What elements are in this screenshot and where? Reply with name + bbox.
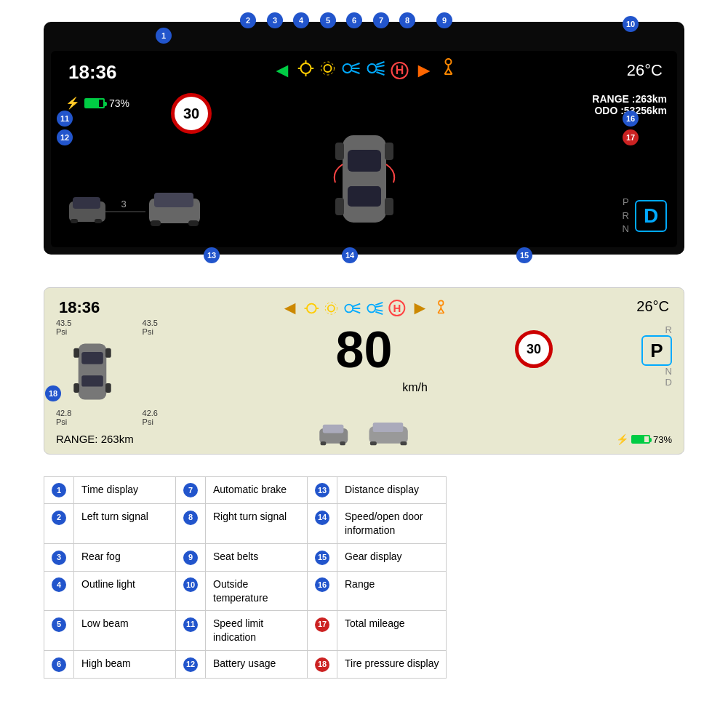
legend-num-3: 3 (44, 544, 74, 571)
tbl-badge-2: 2 (52, 511, 66, 525)
legend-label-11: Speed limitindication (206, 611, 308, 651)
sc-cars-bottom (317, 420, 412, 449)
distance-display: 3 (65, 165, 211, 233)
badge-13: 13 (204, 247, 220, 263)
badge-15: 15 (516, 247, 532, 263)
badge-2: 2 (240, 12, 256, 28)
sc-outline-light-icon (324, 301, 339, 316)
seat-belt-icon (440, 58, 456, 82)
tbl-badge-4: 4 (52, 577, 66, 592)
svg-rect-65 (322, 425, 343, 433)
second-cluster: 18:36 26°C ◄ H (44, 287, 684, 455)
svg-rect-37 (385, 198, 393, 215)
svg-rect-33 (348, 186, 381, 207)
svg-point-42 (325, 302, 337, 313)
sc-low-beam-icon (344, 301, 361, 316)
svg-rect-59 (81, 375, 103, 386)
badge-4: 4 (293, 12, 309, 28)
legend-num-5: 5 (44, 611, 74, 651)
svg-rect-34 (335, 143, 344, 160)
sc-gear-active: P (641, 335, 672, 366)
svg-rect-32 (348, 150, 381, 172)
svg-point-52 (439, 300, 444, 305)
svg-rect-58 (81, 352, 103, 364)
sc-icons-row: ◄ H ► (281, 297, 447, 319)
sc-speed-unit: km/h (402, 381, 428, 394)
sc-time: 18:36 (59, 298, 100, 317)
legend-label-13: Distance display (337, 477, 447, 504)
tyre-rl: 42.8Psi (56, 409, 71, 426)
tbl-badge-13: 13 (315, 483, 329, 497)
legend-label-2: Left turn signal (74, 504, 176, 544)
badge-7: 7 (373, 12, 389, 28)
sc-range: RANGE: 263km (56, 433, 134, 445)
sc-car-topview-svg (56, 339, 129, 404)
legend-label-16: Range (337, 571, 447, 611)
legend-num-4: 4 (44, 571, 74, 611)
speed-limit-sign: 30 (171, 93, 212, 134)
left-turn-icon: ◄ (272, 60, 292, 81)
svg-rect-36 (335, 198, 344, 215)
tyre-fr: 43.5Psi (143, 319, 158, 336)
legend-label-18: Tire pressure display (337, 651, 447, 678)
tbl-badge-1: 1 (52, 483, 66, 497)
svg-rect-35 (385, 143, 393, 160)
sc-rear-fog-icon (305, 301, 319, 316)
sc-brake-icon: H (389, 300, 406, 316)
car-topview-svg (332, 121, 397, 237)
svg-rect-71 (400, 441, 407, 445)
badge-18: 18 (45, 385, 61, 401)
legend-label-10: Outsidetemperature (206, 571, 308, 611)
svg-rect-24 (95, 219, 102, 223)
cluster-time: 18:36 (68, 61, 117, 84)
legend-num-17: 17 (308, 611, 337, 651)
legend-num-14: 14 (308, 504, 337, 544)
badge-6: 6 (346, 12, 362, 28)
svg-line-13 (377, 65, 385, 67)
badge-16: 16 (623, 111, 639, 127)
tbl-badge-5: 5 (52, 617, 66, 632)
low-beam-icon (342, 60, 361, 80)
distance-cars-svg: 3 (65, 187, 211, 231)
sc-battery-area: ⚡ 73% (616, 433, 672, 445)
svg-point-0 (301, 63, 311, 73)
badge-12: 12 (57, 129, 73, 145)
tbl-badge-14: 14 (315, 511, 329, 525)
legend-num-11: 11 (176, 611, 206, 651)
legend-table: 1 Time display 7 Automatic brake 13 Dist… (44, 476, 447, 679)
cluster-temp: 26°C (627, 61, 663, 80)
tbl-badge-11: 11 (183, 617, 198, 632)
legend-num-2: 2 (44, 504, 74, 544)
svg-rect-31 (343, 135, 386, 223)
svg-line-18 (444, 68, 448, 74)
badge-1: 1 (156, 28, 172, 44)
tbl-badge-17: 17 (315, 617, 329, 632)
svg-rect-66 (320, 441, 326, 445)
charge-icon: ⚡ (65, 96, 80, 110)
sc-bottom-cars-svg (317, 420, 412, 449)
battery-icon (84, 98, 105, 108)
auto-brake-icon: H (391, 62, 409, 79)
legend-num-12: 12 (176, 651, 206, 678)
right-turn-icon: ► (414, 60, 434, 81)
svg-rect-61 (105, 348, 111, 358)
legend-num-13: 13 (308, 477, 337, 504)
sc-left-turn-icon: ◄ (281, 297, 300, 319)
tbl-badge-15: 15 (315, 551, 329, 565)
svg-rect-60 (73, 348, 79, 358)
badge-3: 3 (267, 12, 283, 28)
svg-line-15 (377, 72, 385, 75)
sc-gear-n: N (641, 366, 672, 377)
legend-label-12: Battery usage (206, 651, 308, 678)
legend-label-5: Low beam (74, 611, 176, 651)
svg-rect-70 (369, 441, 376, 445)
svg-rect-30 (188, 220, 199, 226)
svg-line-8 (352, 63, 360, 66)
svg-rect-23 (71, 219, 78, 223)
legend-label-4: Outline light (74, 571, 176, 611)
sc-battery-pct: 73% (653, 434, 672, 445)
svg-point-6 (321, 62, 335, 75)
legend-label-17: Total mileage (337, 611, 447, 651)
gear-inactive-letters: PRN (623, 196, 629, 236)
legend-label-9: Seat belts (206, 544, 308, 571)
